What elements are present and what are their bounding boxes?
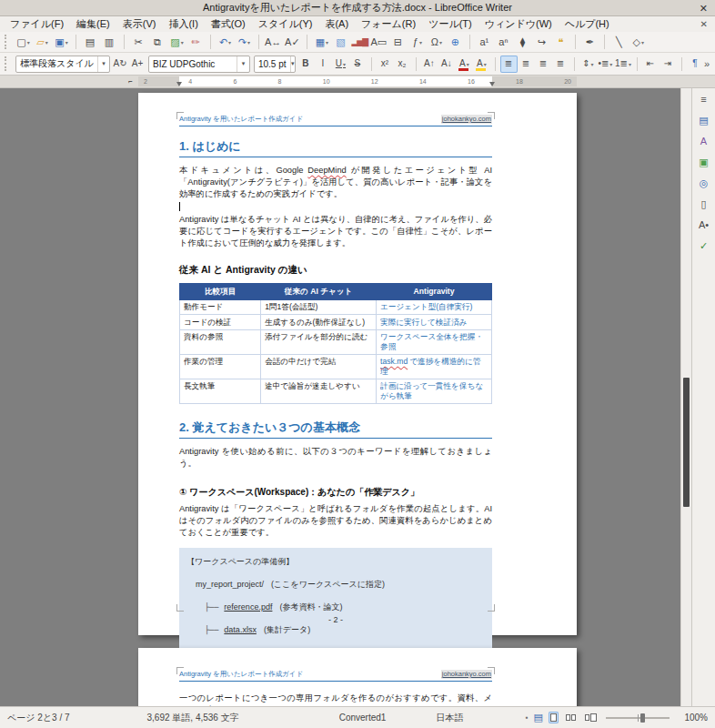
numbered-list-button[interactable]: 1≣▾ <box>614 56 632 73</box>
highlight-color-button[interactable]: A▾ <box>473 56 490 73</box>
decrease-font-size-button[interactable]: A↓ <box>438 56 456 73</box>
print-preview-button[interactable]: ▥ <box>100 33 119 51</box>
spelling-button[interactable]: A✓ <box>283 33 302 51</box>
formatting-marks-button[interactable]: ¶ <box>687 56 704 73</box>
undo-button[interactable]: ↶▾ <box>216 33 235 51</box>
header-link[interactable]: johokankyo.com <box>441 115 492 124</box>
superscript-button[interactable]: x² <box>377 56 394 73</box>
align-left-button[interactable]: ≣ <box>500 56 518 73</box>
paragraph-style-combo[interactable]: 標準段落スタイル ▾ <box>15 56 110 73</box>
navigator-deck-button[interactable]: ◎ <box>695 174 713 192</box>
indent-marker-right[interactable] <box>489 82 495 86</box>
insert-footnote-button[interactable]: a¹ <box>475 33 494 51</box>
sidebar-menu-button[interactable]: ≡ <box>695 90 713 108</box>
tab-stop-selector[interactable]: ⌐ <box>128 77 133 86</box>
window-close-button[interactable]: ✕ <box>700 0 708 16</box>
zoom-slider-thumb[interactable] <box>640 713 645 723</box>
track-changes-button[interactable]: ✒ <box>580 33 599 51</box>
find-replace-button[interactable]: A↔ <box>264 33 283 51</box>
page-2[interactable]: Antigravity を用いたレポート作成ガイド johokankyo.com… <box>138 93 577 635</box>
font-size-combo[interactable]: 10.5 pt ▾ <box>254 56 296 73</box>
insert-field-button[interactable]: ƒ▾ <box>408 33 427 51</box>
view-book-button[interactable] <box>583 712 599 723</box>
strikethrough-button[interactable]: S <box>349 56 367 73</box>
indent-marker-left[interactable] <box>176 82 182 86</box>
align-right-button[interactable]: ≣ <box>535 56 552 73</box>
page-style-status[interactable]: Converted1 <box>339 713 387 723</box>
view-multi-page-button[interactable] <box>564 713 578 723</box>
insert-image-button[interactable]: ▧ <box>331 33 350 51</box>
zoom-slider[interactable] <box>606 713 670 723</box>
bullet-list-button[interactable]: •≣▾ <box>597 56 614 73</box>
menu-view[interactable]: 表示(V) <box>116 16 163 32</box>
decrease-indent-button[interactable]: ⇤ <box>642 56 660 73</box>
gallery-deck-button[interactable]: ▣ <box>695 153 713 171</box>
open-button[interactable]: ▱▾ <box>33 33 52 51</box>
chevron-down-icon[interactable]: ▾ <box>290 56 295 72</box>
insert-table-button[interactable]: ▦▾ <box>312 33 331 51</box>
page-count-status[interactable]: ページ 2と3 / 7 <box>7 712 70 724</box>
insert-line-button[interactable]: ╲ <box>609 33 629 51</box>
toolbar-overflow-button[interactable]: » <box>704 58 710 69</box>
print-button[interactable]: ▤ <box>81 33 100 51</box>
subscript-button[interactable]: x₂ <box>394 56 411 73</box>
justify-button[interactable]: ≣ <box>552 56 569 73</box>
update-style-button[interactable]: A↻ <box>112 56 129 73</box>
clone-formatting-button[interactable]: ✏ <box>186 33 206 51</box>
menu-tools[interactable]: ツール(T) <box>422 16 478 32</box>
underline-button[interactable]: U▾ <box>332 56 349 73</box>
insert-bookmark-button[interactable]: ⧫ <box>513 33 532 51</box>
insert-chart-button[interactable]: ▂▅▇ <box>350 33 369 51</box>
italic-button[interactable]: I <box>315 56 332 73</box>
menu-insert[interactable]: 挿入(I) <box>162 16 204 32</box>
toolbar-drag-handle[interactable] <box>5 56 11 71</box>
scrollbar-thumb[interactable] <box>683 378 690 507</box>
new-style-button[interactable]: A+ <box>129 56 146 73</box>
chevron-down-icon[interactable]: ▾ <box>97 56 109 72</box>
menu-table[interactable]: 表(A) <box>318 16 355 32</box>
cut-button[interactable]: ✂ <box>129 33 148 51</box>
zoom-level[interactable]: 100% <box>677 713 708 723</box>
paste-button[interactable]: ▨▾ <box>167 33 186 51</box>
accessibility-check-deck-button[interactable]: ✓ <box>695 237 713 255</box>
page-deck-button[interactable]: ▯ <box>695 195 713 213</box>
insert-endnote-button[interactable]: aⁿ <box>494 33 513 51</box>
toolbar-drag-handle[interactable] <box>5 35 11 49</box>
insert-textbox-button[interactable]: A▭ <box>369 33 388 51</box>
align-center-button[interactable]: ≣ <box>518 56 535 73</box>
language-status[interactable]: 日本語 <box>436 712 463 724</box>
save-button[interactable]: ▣▾ <box>52 33 71 51</box>
chevron-down-icon[interactable]: ▾ <box>237 56 249 72</box>
font-name-combo[interactable]: BIZ UDPGothic ▾ <box>148 56 250 73</box>
word-count-status[interactable]: 3,692 単語, 4,536 文字 <box>147 712 239 724</box>
menu-edit[interactable]: 編集(E) <box>70 16 116 32</box>
style-inspector-deck-button[interactable]: A• <box>695 216 713 234</box>
increase-indent-button[interactable]: ⇥ <box>660 56 677 73</box>
close-document-button[interactable]: ✕ <box>693 19 715 29</box>
properties-deck-button[interactable]: ▤ <box>695 111 713 129</box>
insert-comment-button[interactable]: ❝ <box>551 33 570 51</box>
menu-format[interactable]: 書式(O) <box>205 16 252 32</box>
new-document-button[interactable]: ▢▾ <box>14 33 33 51</box>
redo-button[interactable]: ↷▾ <box>235 33 254 51</box>
header-link[interactable]: johokankyo.com <box>441 670 492 679</box>
copy-button[interactable]: ⧉ <box>148 33 167 51</box>
document-canvas[interactable]: Antigravity を用いたレポート作成ガイド johokankyo.com… <box>0 88 680 706</box>
menu-form[interactable]: フォーム(R) <box>355 16 422 32</box>
horizontal-ruler[interactable]: ⌐ 2468101214161820 <box>0 76 715 88</box>
menu-help[interactable]: ヘルプ(H) <box>559 16 616 32</box>
basic-shapes-button[interactable]: ◇▾ <box>629 33 648 51</box>
bold-button[interactable]: B <box>297 56 315 73</box>
menu-styles[interactable]: スタイル(Y) <box>252 16 319 32</box>
font-color-button[interactable]: A▾ <box>456 56 473 73</box>
page-3[interactable]: Antigravity を用いたレポート作成ガイド johokankyo.com… <box>138 648 577 706</box>
insert-hyperlink-button[interactable]: ⊕ <box>446 33 465 51</box>
menu-window[interactable]: ウィンドウ(W) <box>478 16 559 32</box>
insert-special-character-button[interactable]: Ω▾ <box>427 33 446 51</box>
vertical-scrollbar[interactable] <box>680 88 691 706</box>
insert-page-break-button[interactable]: ⊟ <box>388 33 408 51</box>
insert-cross-reference-button[interactable]: ↪ <box>532 33 551 51</box>
styles-deck-button[interactable]: A <box>695 132 713 150</box>
view-single-page-button[interactable] <box>549 712 559 723</box>
line-spacing-button[interactable]: ⇕▾ <box>579 56 597 73</box>
